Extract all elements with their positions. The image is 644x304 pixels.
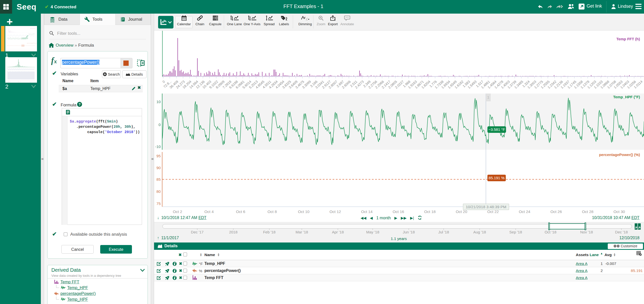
svg-text:Temp_HPF: Temp_HPF xyxy=(28,33,35,35)
svg-text:Dec 9: Dec 9 xyxy=(29,81,32,82)
svg-text:Temp FFT: Temp FFT xyxy=(30,28,36,29)
svg-text:Nov 11: Nov 11 xyxy=(8,81,11,82)
svg-text:percentagePower: percentagePower xyxy=(27,42,37,44)
svg-text:Nov 25: Nov 25 xyxy=(18,81,21,82)
